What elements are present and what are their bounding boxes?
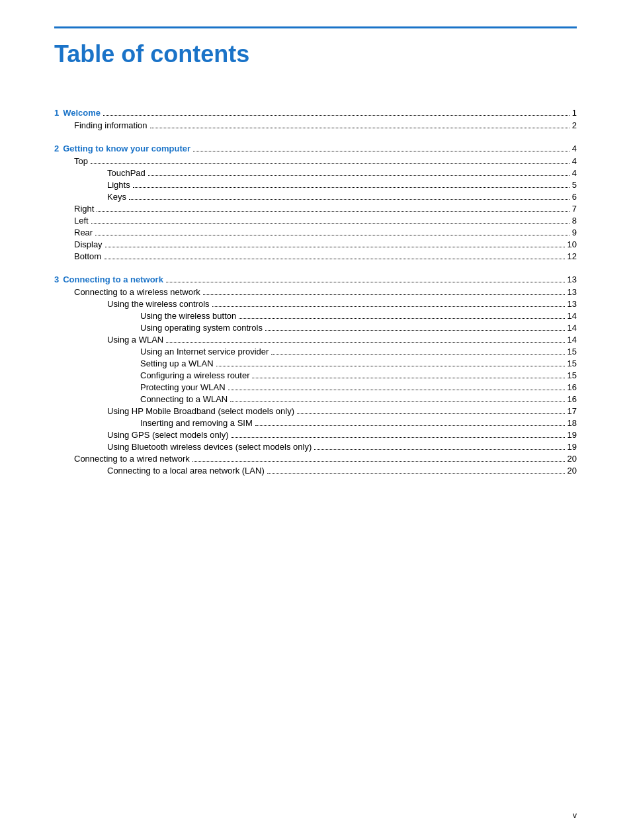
dots-line [103,115,569,116]
entry-label: Using the wireless controls [107,299,210,309]
toc-entry: Using an Internet service provider15 [54,347,577,357]
entry-page: 7 [572,204,577,214]
toc-entry: Rear9 [54,228,577,237]
dots-line [129,199,569,200]
toc-entry: Bottom12 [54,251,577,261]
entry-page: 17 [568,406,577,416]
toc-entry: Lights5 [54,180,577,190]
dots-line [150,128,569,128]
toc-entry: Top4 [54,156,577,166]
entry-page: 8 [572,216,577,226]
entry-label: Connecting to a local area network (LAN) [107,466,265,476]
entry-page: 6 [572,192,577,202]
dots-line [95,235,569,235]
dots-line [216,366,565,366]
dots-line [267,473,565,474]
dots-line [91,163,569,164]
entry-label: Using a WLAN [107,335,163,345]
chapter-row-1: 1Welcome1 [54,108,577,118]
chapter-title-3: Connecting to a network [63,274,163,284]
entry-page: 18 [568,418,577,428]
entry-label: TouchPad [107,168,146,178]
entry-page: 15 [568,370,577,380]
dots-line [297,413,565,414]
dots-line [105,247,565,247]
toc-entry: Using GPS (select models only)19 [54,430,577,440]
toc-entry: Using operating system controls14 [54,323,577,333]
toc-entry: Using HP Mobile Broadband (select models… [54,406,577,416]
entry-label: Lights [107,180,130,190]
entry-label: Connecting to a wired network [74,454,190,464]
entry-label: Top [74,156,88,166]
toc-entry: Finding information2 [54,120,577,130]
toc-entry: Right7 [54,204,577,214]
entry-page: 16 [568,394,577,404]
entry-page: 14 [568,323,577,333]
chapter-page-1: 1 [572,108,577,118]
entry-page: 13 [568,287,577,297]
entry-label: Connecting to a wireless network [74,287,200,297]
chapter-number-3: 3 [54,274,59,284]
toc-entry: Display10 [54,239,577,249]
chapter-number-1: 1 [54,108,59,118]
toc-entry: Connecting to a WLAN16 [54,394,577,404]
dots-line [239,318,564,319]
entry-label: Using GPS (select models only) [107,430,229,440]
dots-line [231,437,565,438]
page-footer: v [573,811,577,820]
dots-line [193,151,569,151]
dots-line [104,259,564,259]
entry-page: 13 [568,299,577,309]
chapter-section-3: 3Connecting to a network13Connecting to … [54,274,577,476]
dots-line [265,330,565,331]
entry-page: 16 [568,382,577,392]
toc-entry: Left8 [54,216,577,226]
toc-entry: Configuring a wireless router15 [54,370,577,380]
entry-label: Rear [74,228,93,237]
dots-line [314,449,564,450]
entry-label: Using operating system controls [140,323,263,333]
chapter-page-2: 4 [572,144,577,153]
entry-page: 14 [568,311,577,321]
entry-label: Connecting to a WLAN [140,394,228,404]
entry-page: 12 [568,251,577,261]
entry-label: Display [74,239,103,249]
entry-label: Using the wireless button [140,311,236,321]
entry-page: 15 [568,358,577,368]
dots-line [203,294,565,295]
toc-entry: Using Bluetooth wireless devices (select… [54,442,577,452]
dots-line [148,175,569,176]
toc-entry: Setting up a WLAN15 [54,358,577,368]
page-title: Table of contents [54,40,577,68]
entry-label: Left [74,216,89,226]
entry-page: 4 [572,168,577,178]
entry-page: 19 [568,442,577,452]
dots-line [230,401,564,402]
toc-entry: Connecting to a wired network20 [54,454,577,464]
entry-page: 20 [568,466,577,476]
chapter-page-3: 13 [568,274,577,284]
chapter-title-2: Getting to know your computer [63,144,190,153]
entry-label: Using Bluetooth wireless devices (select… [107,442,312,452]
entry-page: 20 [568,454,577,464]
entry-label: Right [74,204,94,214]
chapter-row-3: 3Connecting to a network13 [54,274,577,284]
entry-label: Finding information [74,120,147,130]
toc-entry: TouchPad4 [54,168,577,178]
entry-page: 4 [572,156,577,166]
chapter-section-2: 2Getting to know your computer4Top4Touch… [54,144,577,261]
dots-line [97,211,569,212]
dots-line [133,187,569,188]
toc-entry: Inserting and removing a SIM18 [54,418,577,428]
entry-label: Keys [107,192,126,202]
entry-label: Bottom [74,251,101,261]
entry-page: 10 [568,239,577,249]
dots-line [166,282,565,282]
entry-label: Protecting your WLAN [140,382,226,392]
dots-line [91,223,569,224]
entry-page: 19 [568,430,577,440]
toc-entry: Protecting your WLAN16 [54,382,577,392]
dots-line [255,425,565,426]
entry-label: Using HP Mobile Broadband (select models… [107,406,294,416]
dots-line [228,390,565,390]
